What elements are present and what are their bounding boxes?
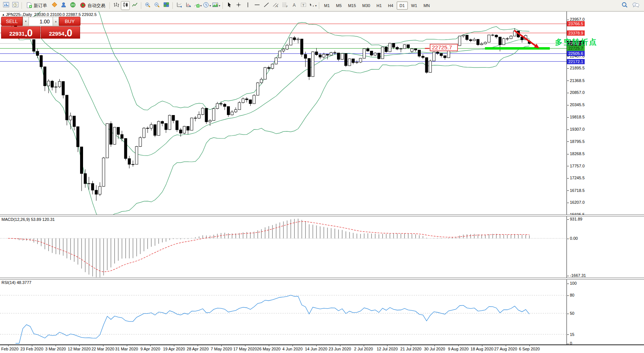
buy-button[interactable]: BUY xyxy=(59,17,80,26)
timeframe-m30-button[interactable]: M30 xyxy=(359,1,373,10)
shapes-icon xyxy=(308,2,315,9)
template-icon xyxy=(212,2,218,9)
ask-price-box[interactable]: 22954.0 xyxy=(41,26,80,39)
date-label: 21 Jul 2020 xyxy=(400,347,422,351)
zoom-in-icon xyxy=(145,2,151,9)
macd-axis-tick: 0.00 xyxy=(567,236,578,241)
metaquotes-button[interactable] xyxy=(50,1,59,10)
rsi-axis-tick: 15 xyxy=(567,332,574,337)
template-button[interactable]: ▾ xyxy=(212,1,221,10)
volume-decrease-button[interactable]: ▾ xyxy=(23,17,29,26)
new-chart-button[interactable] xyxy=(1,1,10,10)
price-tick: 19307.0 xyxy=(567,127,585,131)
date-tick xyxy=(506,345,506,346)
period-dropdown-icon[interactable]: ▾ xyxy=(209,4,211,7)
time-axis-line xyxy=(0,344,644,345)
crosshair-button[interactable] xyxy=(234,1,243,10)
text-button[interactable]: A xyxy=(290,1,298,10)
mt4-window: 新订单自动交易▾▾▾EFAT▾M1M5M15M30H1H4D1W1MN 2272… xyxy=(0,0,644,353)
indicator-window-2-button[interactable] xyxy=(184,1,193,10)
panel-splitter-rsi[interactable] xyxy=(0,278,644,280)
date-tick xyxy=(411,345,411,346)
timeframe-h1-button[interactable]: H1 xyxy=(373,1,384,10)
volume-input[interactable] xyxy=(29,17,53,26)
tile-windows-button[interactable] xyxy=(162,1,171,10)
toolbar-separator xyxy=(319,2,319,9)
date-label: 18 Aug 2020 xyxy=(470,347,493,351)
fibonacci-icon: F xyxy=(282,2,288,9)
timeframe-mn-button[interactable]: MN xyxy=(420,1,433,10)
date-tick xyxy=(529,345,530,346)
timeframe-m15-button[interactable]: M15 xyxy=(345,1,359,10)
news-button[interactable] xyxy=(68,1,77,10)
news-icon xyxy=(70,2,76,9)
shapes-button[interactable]: ▾ xyxy=(308,1,317,10)
period-button[interactable]: ▾ xyxy=(202,1,211,10)
profiles-button[interactable] xyxy=(11,1,20,10)
panel-splitter-macd[interactable] xyxy=(0,215,644,216)
vline-button[interactable] xyxy=(243,1,252,10)
add-indicator-dropdown-icon[interactable]: ▾ xyxy=(200,4,202,7)
channel-button[interactable]: E xyxy=(271,1,280,10)
hline-icon xyxy=(254,2,260,9)
price-tick: 17245.5 xyxy=(567,176,585,180)
main-chart-canvas: 22725.7 xyxy=(0,12,567,215)
toolbar-separator xyxy=(172,2,173,9)
timeframe-m1-button[interactable]: M1 xyxy=(321,1,333,10)
fibonacci-button[interactable]: F xyxy=(280,1,289,10)
line-chart-button[interactable] xyxy=(130,1,139,10)
timeframe-m5-button[interactable]: M5 xyxy=(333,1,344,10)
date-tick xyxy=(316,345,317,346)
timeframe-h4-button[interactable]: H4 xyxy=(385,1,396,10)
toolbar-separator xyxy=(141,2,141,9)
price-tick: 18268.5 xyxy=(567,151,585,156)
toolbar-right-icons xyxy=(620,1,643,10)
date-tick xyxy=(221,345,222,346)
trendline-icon xyxy=(263,2,270,9)
shapes-dropdown-icon[interactable]: ▾ xyxy=(315,4,317,7)
zoom-in-button[interactable] xyxy=(143,1,152,10)
date-tick xyxy=(32,345,32,346)
date-label: 28 Apr 2020 xyxy=(187,347,209,351)
trendline-button[interactable] xyxy=(262,1,271,10)
price-tick: 20345.5 xyxy=(567,102,585,107)
cursor-button[interactable] xyxy=(225,1,234,10)
indicator-window-button[interactable] xyxy=(175,1,184,10)
add-indicator-button[interactable]: ▾ xyxy=(193,1,202,10)
macd-axis-tick: 931.89 xyxy=(567,217,582,221)
autotrading-icon xyxy=(80,2,86,9)
rsi-axis-tick: 0 xyxy=(567,341,572,346)
autotrading-button[interactable]: 自动交易 xyxy=(77,1,108,10)
label-button[interactable]: T xyxy=(299,1,308,10)
community-button[interactable] xyxy=(59,1,68,10)
date-label: 19 Apr 2020 xyxy=(163,347,185,351)
volume-increase-button[interactable]: ▴ xyxy=(53,17,59,26)
rsi-axis-tick: 100 xyxy=(567,281,577,285)
date-tick xyxy=(435,345,435,346)
bars-button[interactable] xyxy=(112,1,120,10)
main-toolbar: 新订单自动交易▾▾▾EFAT▾M1M5M15M30H1H4D1W1MN xyxy=(0,0,644,11)
date-tick xyxy=(174,345,174,346)
template-dropdown-icon[interactable]: ▾ xyxy=(219,4,220,7)
svg-text:22725.7: 22725.7 xyxy=(432,44,452,50)
bid-price-box[interactable]: 22931.0 xyxy=(1,26,40,39)
tile-windows-icon xyxy=(163,2,169,9)
rsi-label: RSI(14) 48.3777 xyxy=(1,280,32,285)
candles-button[interactable] xyxy=(121,1,130,10)
date-tick xyxy=(103,345,103,346)
one-click-toggle[interactable]: ▲ xyxy=(2,13,5,16)
toolbar-separator xyxy=(109,2,110,9)
hline-button[interactable] xyxy=(252,1,261,10)
vline-icon xyxy=(245,2,251,9)
sell-button[interactable]: SELL xyxy=(1,17,23,26)
timeframe-d1-button[interactable]: D1 xyxy=(397,1,408,10)
timeframe-w1-button[interactable]: W1 xyxy=(408,1,420,10)
date-label: 4 Jun 2020 xyxy=(283,347,303,351)
price-tick: 21895.5 xyxy=(567,66,585,70)
search-button[interactable] xyxy=(620,1,629,10)
new-order-label: 新订单 xyxy=(34,3,47,9)
date-label: 6 Sep 2020 xyxy=(519,347,540,351)
new-order-button[interactable]: 新订单 xyxy=(24,1,49,10)
chat-button[interactable] xyxy=(631,1,640,10)
zoom-out-button[interactable] xyxy=(152,1,161,10)
